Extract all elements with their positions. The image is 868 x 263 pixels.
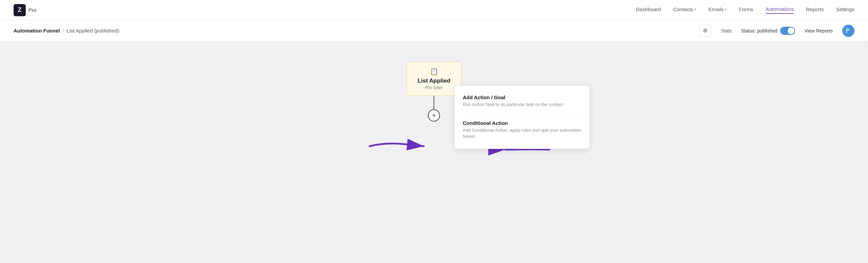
node-wrapper: 📋 List Applied Pro User + bbox=[407, 62, 462, 122]
logo-area: Z Pro bbox=[14, 4, 36, 16]
popup-conditional-title: Conditional Action bbox=[463, 120, 581, 126]
sub-header-actions: ⚙ Stats Status: published View Reports bbox=[699, 25, 854, 37]
nav-automations[interactable]: Automations bbox=[766, 6, 794, 14]
status-toggle[interactable] bbox=[780, 27, 795, 35]
nav-contacts[interactable]: Contacts ▾ bbox=[673, 6, 696, 14]
breadcrumb-child: List Applied (published) bbox=[67, 28, 119, 34]
breadcrumb-parent: Automation Funnel bbox=[14, 28, 60, 34]
popup-menu: Add Action / Goal Run Action Task to do … bbox=[454, 85, 590, 149]
add-node-button[interactable]: + bbox=[428, 109, 440, 122]
popup-add-action-title: Add Action / Goal bbox=[463, 94, 581, 100]
settings-button[interactable]: ⚙ bbox=[699, 25, 711, 37]
logo-symbol: Z bbox=[18, 6, 22, 14]
popup-conditional-desc: Add Conditional Action, apply rules and … bbox=[463, 127, 581, 139]
flag-button[interactable] bbox=[842, 25, 854, 37]
breadcrumb-separator: / bbox=[63, 28, 64, 34]
node-title: List Applied bbox=[418, 78, 451, 84]
connector-line bbox=[434, 96, 434, 109]
breadcrumb: Automation Funnel / List Applied (publis… bbox=[14, 28, 119, 34]
contacts-chevron-icon: ▾ bbox=[694, 7, 696, 11]
nav-forms[interactable]: Forms bbox=[739, 6, 753, 14]
emails-chevron-icon: ▾ bbox=[725, 7, 727, 11]
list-applied-node[interactable]: 📋 List Applied Pro User bbox=[407, 62, 462, 96]
nav-reports[interactable]: Reports bbox=[806, 6, 824, 14]
nav-links: Dashboard Contacts ▾ Emails ▾ Forms Auto… bbox=[636, 6, 854, 14]
status-label: Status: published bbox=[741, 28, 777, 34]
logo-icon[interactable]: Z bbox=[14, 4, 26, 16]
popup-conditional-item[interactable]: Conditional Action Add Conditional Actio… bbox=[455, 114, 590, 146]
toggle-thumb bbox=[788, 27, 794, 34]
logo-plan: Pro bbox=[28, 7, 36, 13]
popup-add-action-item[interactable]: Add Action / Goal Run Action Task to do … bbox=[455, 88, 590, 114]
nav-dashboard[interactable]: Dashboard bbox=[636, 6, 661, 14]
flag-icon bbox=[846, 28, 851, 34]
stats-button[interactable]: Stats bbox=[717, 26, 736, 36]
top-navigation: Z Pro Dashboard Contacts ▾ Emails ▾ Form… bbox=[0, 0, 868, 20]
sub-header: Automation Funnel / List Applied (publis… bbox=[0, 20, 868, 41]
canvas-area: 📋 List Applied Pro User + Add Action / G… bbox=[0, 41, 868, 263]
nav-emails[interactable]: Emails ▾ bbox=[708, 6, 727, 14]
node-subtitle: Pro User bbox=[418, 85, 451, 90]
node-icon: 📋 bbox=[418, 67, 451, 75]
popup-add-action-desc: Run Action Task to do particular task on… bbox=[463, 102, 581, 108]
view-reports-button[interactable]: View Reports bbox=[801, 26, 837, 36]
status-area: Status: published bbox=[741, 27, 795, 35]
nav-settings[interactable]: Settings bbox=[836, 6, 854, 14]
